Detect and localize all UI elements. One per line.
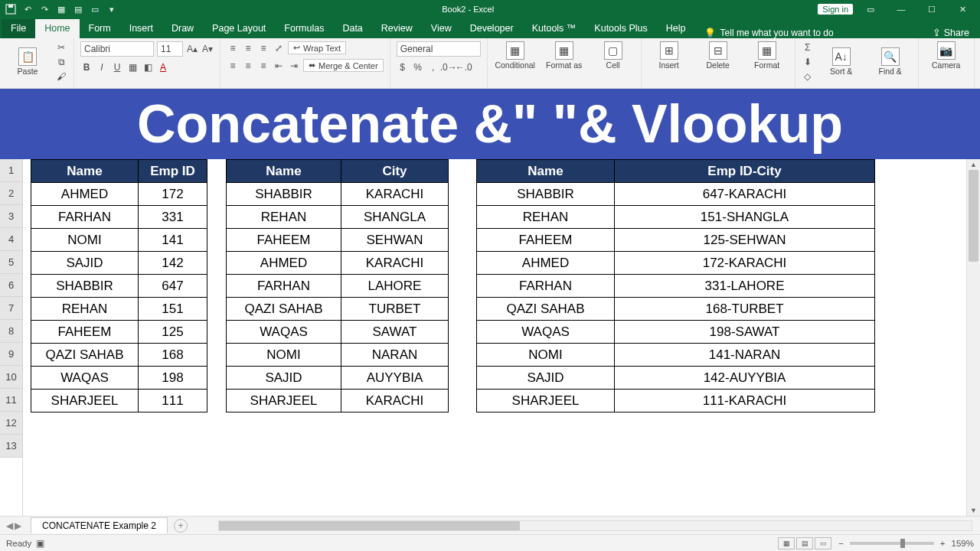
tab-kutools-plus[interactable]: Kutools Plus <box>585 19 656 38</box>
cell[interactable]: SAWAT <box>341 321 449 344</box>
next-sheet-icon[interactable]: ▶ <box>15 520 21 531</box>
row-header[interactable]: 2 <box>0 182 22 205</box>
copy-icon[interactable]: ⧉ <box>55 56 67 68</box>
row-header[interactable]: 3 <box>0 205 22 228</box>
cell[interactable]: AUYYBIA <box>341 367 449 390</box>
bold-icon[interactable]: B <box>80 61 93 73</box>
cell[interactable]: 141-NARAN <box>615 344 875 367</box>
cell[interactable]: FARHAN <box>477 275 615 298</box>
column-header[interactable]: Emp ID-City <box>615 160 875 183</box>
cell[interactable]: AHMED <box>31 183 139 206</box>
share-button[interactable]: ⇪ Share <box>922 27 980 38</box>
cell[interactable]: FAHEEM <box>31 321 139 344</box>
zoom-in-button[interactable]: + <box>940 539 946 548</box>
column-header[interactable]: Name <box>227 160 341 183</box>
cell[interactable]: SHARJEEL <box>227 390 341 412</box>
cell[interactable]: QAZI SAHAB <box>31 344 139 367</box>
cut-icon[interactable]: ✂ <box>55 41 67 54</box>
zoom-slider[interactable] <box>850 542 934 545</box>
format-cells-button[interactable]: ▦Format <box>746 41 789 70</box>
qat-icon[interactable]: ▭ <box>89 3 101 15</box>
undo-icon[interactable]: ↶ <box>21 3 34 15</box>
cell[interactable]: SAJID <box>477 367 615 390</box>
tab-view[interactable]: View <box>422 19 461 38</box>
cell[interactable]: KARACHI <box>341 183 449 206</box>
cell[interactable]: 125-SEHWAN <box>615 229 875 252</box>
grid[interactable]: NameEmp IDAHMED172FARHAN331NOMI141SAJID1… <box>23 159 966 516</box>
cell[interactable]: FAHEEM <box>477 229 615 252</box>
tab-home[interactable]: Home <box>35 19 79 38</box>
row-header[interactable]: 6 <box>0 274 22 297</box>
cell[interactable]: SHABBIR <box>477 183 615 206</box>
column-header[interactable]: Emp ID <box>139 160 207 183</box>
scroll-thumb[interactable] <box>219 521 520 530</box>
tab-page-layout[interactable]: Page Layout <box>203 19 275 38</box>
row-header[interactable]: 1 <box>0 159 22 182</box>
scroll-down-icon[interactable]: ▼ <box>967 505 980 516</box>
tab-file[interactable]: File <box>2 19 35 38</box>
tab-data[interactable]: Data <box>333 19 371 38</box>
scroll-thumb[interactable] <box>969 170 978 262</box>
cell[interactable]: 198 <box>139 367 207 390</box>
cell[interactable]: NARAN <box>341 344 449 367</box>
camera-button[interactable]: 📷Camera <box>925 41 968 70</box>
new-sheet-button[interactable]: + <box>174 519 188 533</box>
cell[interactable]: 331-LAHORE <box>615 275 875 298</box>
qat-icon[interactable]: ▤ <box>72 3 84 15</box>
tab-form[interactable]: Form <box>80 19 120 38</box>
border-icon[interactable]: ▦ <box>126 61 139 73</box>
cell[interactable]: SEHWAN <box>341 229 449 252</box>
align-center-icon[interactable]: ≡ <box>242 60 254 72</box>
align-bottom-icon[interactable]: ≡ <box>257 42 270 54</box>
maximize-icon[interactable]: ☐ <box>919 0 945 18</box>
cell[interactable]: 111-KARACHI <box>615 390 875 412</box>
tell-me-search[interactable]: 💡 Tell me what you want to do <box>695 28 843 38</box>
column-header[interactable]: Name <box>477 160 615 183</box>
cell[interactable]: 142 <box>139 252 207 275</box>
cell[interactable]: QAZI SAHAB <box>477 298 615 321</box>
cell[interactable]: 168 <box>139 344 207 367</box>
merge-center-button[interactable]: ⬌Merge & Center <box>303 59 384 72</box>
cell[interactable]: SHABBIR <box>227 183 341 206</box>
decrease-indent-icon[interactable]: ⇤ <box>273 60 285 72</box>
cell[interactable]: 111 <box>139 390 207 412</box>
clear-icon[interactable]: ◇ <box>802 70 814 83</box>
format-painter-icon[interactable]: 🖌 <box>55 70 67 83</box>
qat-dropdown-icon[interactable]: ▾ <box>106 3 118 15</box>
tab-review[interactable]: Review <box>372 19 422 38</box>
underline-icon[interactable]: U <box>111 61 123 73</box>
italic-icon[interactable]: I <box>96 61 108 73</box>
cell[interactable]: TURBET <box>341 298 449 321</box>
cell[interactable]: 331 <box>139 206 207 229</box>
cell[interactable]: 198-SAWAT <box>615 321 875 344</box>
cell[interactable]: NOMI <box>477 344 615 367</box>
redo-icon[interactable]: ↷ <box>38 3 51 15</box>
align-right-icon[interactable]: ≡ <box>257 60 270 72</box>
cell[interactable]: QAZI SAHAB <box>227 298 341 321</box>
cell[interactable]: REHAN <box>227 206 341 229</box>
conditional-formatting-button[interactable]: ▦Conditional <box>494 41 537 70</box>
cell[interactable]: 647 <box>139 275 207 298</box>
record-macro-icon[interactable]: ▣ <box>36 538 44 549</box>
cell[interactable]: 125 <box>139 321 207 344</box>
increase-font-icon[interactable]: A▴ <box>186 43 198 55</box>
vertical-scrollbar[interactable]: ▲ ▼ <box>966 159 980 516</box>
close-icon[interactable]: ✕ <box>949 0 975 18</box>
row-header[interactable]: 10 <box>0 366 22 389</box>
cell[interactable]: AHMED <box>227 252 341 275</box>
fill-color-icon[interactable]: ◧ <box>142 61 154 73</box>
cell[interactable]: NOMI <box>227 344 341 367</box>
font-size-combo[interactable]: 11 <box>157 41 183 57</box>
row-header[interactable]: 4 <box>0 228 22 251</box>
cell[interactable]: 141 <box>139 229 207 252</box>
decrease-decimal-icon[interactable]: ←.0 <box>458 61 470 73</box>
cell[interactable]: FARHAN <box>31 206 139 229</box>
prev-sheet-icon[interactable]: ◀ <box>6 520 13 531</box>
align-top-icon[interactable]: ≡ <box>227 42 239 54</box>
format-as-table-button[interactable]: ▦Format as <box>543 41 586 70</box>
tab-formulas[interactable]: Formulas <box>275 19 333 38</box>
tab-insert[interactable]: Insert <box>120 19 162 38</box>
percent-icon[interactable]: % <box>412 61 424 73</box>
cell[interactable]: 647-KARACHI <box>615 183 875 206</box>
row-header[interactable]: 9 <box>0 343 22 366</box>
